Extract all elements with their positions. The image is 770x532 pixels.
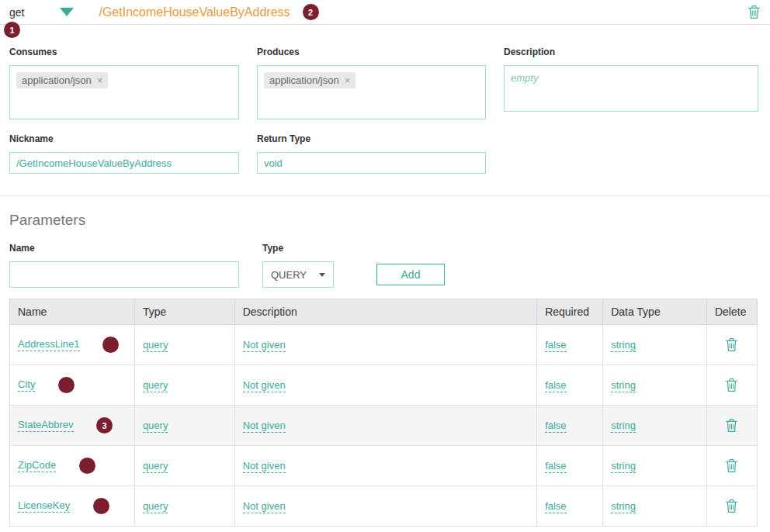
return-type-input[interactable] bbox=[257, 152, 486, 174]
col-header-delete: Delete bbox=[706, 299, 757, 325]
cell-param-type: query bbox=[134, 486, 234, 527]
param-datatype-link[interactable]: string bbox=[611, 339, 636, 352]
param-name-group: Name bbox=[9, 243, 239, 288]
params-table-body: AddressLine1 query Not given false strin… bbox=[10, 325, 758, 527]
cell-param-datatype: string bbox=[603, 406, 707, 446]
table-row: ZipCode query Not given false string bbox=[10, 446, 758, 486]
table-row: City query Not given false string bbox=[10, 365, 758, 406]
step-badge-3 bbox=[93, 498, 109, 514]
cell-param-delete bbox=[706, 406, 757, 446]
cell-param-delete bbox=[706, 486, 757, 527]
col-header-required: Required bbox=[537, 299, 603, 325]
trash-icon bbox=[725, 499, 738, 513]
add-parameter-button[interactable]: Add bbox=[376, 264, 445, 285]
cell-param-required: false bbox=[537, 365, 603, 406]
param-type-link[interactable]: query bbox=[143, 420, 168, 433]
step-badge-3: 3 bbox=[96, 417, 113, 434]
parameters-section: Parameters Name Type QUERY Add bbox=[0, 212, 770, 527]
cell-param-name: City bbox=[10, 365, 135, 406]
delete-row-button[interactable] bbox=[723, 336, 740, 354]
add-parameter-form: Name Type QUERY Add bbox=[9, 243, 761, 288]
param-name-link[interactable]: StateAbbrev bbox=[18, 419, 74, 432]
param-required-link[interactable]: false bbox=[545, 339, 566, 352]
param-name-link[interactable]: LicenseKey bbox=[18, 499, 70, 513]
cell-param-delete bbox=[706, 446, 757, 486]
cell-param-name: LicenseKey bbox=[10, 486, 135, 527]
method-dropdown-caret-icon[interactable] bbox=[60, 8, 74, 16]
nickname-label: Nickname bbox=[9, 133, 239, 144]
return-type-label: Return Type bbox=[257, 133, 486, 144]
step-badge-3 bbox=[58, 377, 75, 393]
step-badge-3 bbox=[102, 337, 119, 353]
param-description-link[interactable]: Not given bbox=[243, 379, 286, 392]
produces-tag-chip: application/json × bbox=[264, 72, 356, 88]
trash-icon bbox=[725, 378, 738, 392]
param-name-input[interactable] bbox=[9, 261, 239, 288]
param-type-link[interactable]: query bbox=[143, 500, 168, 513]
delete-row-button[interactable] bbox=[723, 497, 740, 515]
cell-param-name: AddressLine1 bbox=[10, 325, 135, 365]
remove-consumes-tag-icon[interactable]: × bbox=[97, 75, 103, 85]
method-select-value[interactable]: get bbox=[9, 6, 24, 19]
nickname-input[interactable] bbox=[9, 152, 239, 174]
description-field: Description empty bbox=[504, 47, 758, 119]
param-name-link[interactable]: City bbox=[18, 378, 35, 392]
trash-icon bbox=[747, 5, 761, 19]
cell-param-description: Not given bbox=[234, 325, 536, 365]
param-description-link[interactable]: Not given bbox=[243, 460, 286, 473]
trash-icon bbox=[725, 458, 738, 473]
param-required-link[interactable]: false bbox=[545, 460, 566, 473]
chevron-down-icon bbox=[319, 273, 325, 277]
table-row: StateAbbrev 3 query Not given false stri… bbox=[10, 406, 758, 446]
param-required-link[interactable]: false bbox=[545, 379, 566, 392]
return-type-field: Return Type bbox=[257, 133, 486, 174]
cell-param-description: Not given bbox=[234, 406, 536, 446]
cell-param-type: query bbox=[134, 446, 234, 486]
cell-param-type: query bbox=[134, 325, 234, 365]
param-datatype-link[interactable]: string bbox=[611, 420, 636, 433]
cell-param-datatype: string bbox=[603, 365, 707, 406]
cell-param-name: ZipCode bbox=[10, 446, 135, 486]
delete-endpoint-button[interactable] bbox=[746, 3, 762, 21]
trash-icon bbox=[725, 418, 738, 433]
remove-produces-tag-icon[interactable]: × bbox=[345, 75, 351, 85]
delete-row-button[interactable] bbox=[723, 376, 740, 394]
parameters-table-head: Name Type Description Required Data Type… bbox=[10, 299, 758, 325]
cell-param-name: StateAbbrev 3 bbox=[10, 406, 135, 446]
consumes-field: Consumes application/json × bbox=[9, 47, 239, 119]
consumes-tag-chip: application/json × bbox=[16, 72, 108, 88]
description-input[interactable]: empty bbox=[504, 65, 758, 112]
param-datatype-link[interactable]: string bbox=[611, 460, 636, 473]
step-badge-3 bbox=[79, 458, 95, 474]
produces-tag-input[interactable]: application/json × bbox=[257, 65, 486, 119]
param-name-link[interactable]: ZipCode bbox=[18, 459, 56, 472]
section-divider bbox=[0, 195, 770, 196]
param-required-link[interactable]: false bbox=[545, 420, 566, 433]
param-required-link[interactable]: false bbox=[545, 500, 566, 513]
param-description-link[interactable]: Not given bbox=[243, 420, 286, 433]
cell-param-datatype: string bbox=[603, 446, 707, 486]
param-type-select[interactable]: QUERY bbox=[262, 261, 334, 288]
delete-row-button[interactable] bbox=[723, 416, 740, 434]
table-row: AddressLine1 query Not given false strin… bbox=[10, 325, 758, 365]
produces-label: Produces bbox=[257, 47, 486, 57]
param-description-link[interactable]: Not given bbox=[243, 500, 286, 513]
param-name-link[interactable]: AddressLine1 bbox=[18, 338, 80, 351]
param-datatype-link[interactable]: string bbox=[611, 379, 636, 392]
cell-param-required: false bbox=[537, 446, 603, 486]
param-type-link[interactable]: query bbox=[143, 339, 168, 352]
param-datatype-link[interactable]: string bbox=[611, 500, 636, 513]
endpoint-editor-page: get 1 /GetIncomeHouseValueByAddress 2 Co… bbox=[0, 0, 770, 532]
step-badge-2: 2 bbox=[303, 4, 319, 20]
param-name-label: Name bbox=[9, 243, 239, 254]
param-type-select-value: QUERY bbox=[271, 269, 307, 281]
step-badge-1: 1 bbox=[4, 22, 20, 38]
param-description-link[interactable]: Not given bbox=[243, 339, 286, 352]
consumes-tag-input[interactable]: application/json × bbox=[9, 65, 239, 119]
cell-param-required: false bbox=[537, 325, 603, 365]
param-type-link[interactable]: query bbox=[143, 460, 168, 473]
description-label: Description bbox=[504, 47, 758, 57]
param-type-link[interactable]: query bbox=[143, 379, 168, 392]
cell-param-datatype: string bbox=[603, 325, 707, 365]
delete-row-button[interactable] bbox=[723, 457, 740, 475]
